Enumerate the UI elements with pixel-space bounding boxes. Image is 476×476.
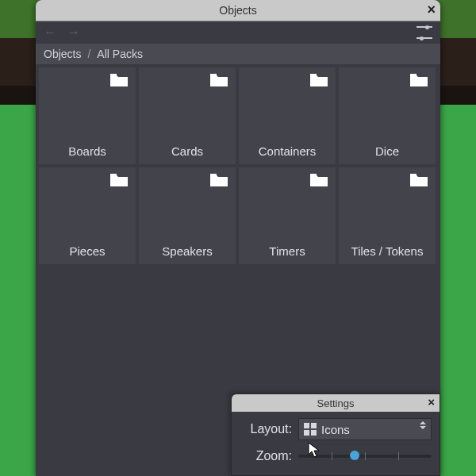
- folder-label: Tiles / Tokens: [339, 240, 436, 264]
- folder-icon: [210, 174, 228, 186]
- settings-toggle-icon[interactable]: [416, 26, 432, 39]
- breadcrumb: Objects / All Packs: [36, 44, 440, 64]
- stepper-icon: [420, 421, 428, 429]
- folder-tile-tiles-tokens[interactable]: Tiles / Tokens: [339, 167, 436, 264]
- back-button[interactable]: ←: [44, 25, 56, 40]
- folder-icon: [410, 174, 428, 186]
- folder-label: Cards: [139, 140, 236, 164]
- slider-thumb[interactable]: [350, 451, 359, 460]
- close-icon[interactable]: ×: [427, 2, 436, 18]
- folder-tile-dice[interactable]: Dice: [339, 67, 436, 164]
- folder-label: Timers: [239, 240, 336, 264]
- folder-tile-cards[interactable]: Cards: [139, 67, 236, 164]
- folder-label: Dice: [339, 140, 436, 164]
- layout-label: Layout:: [240, 422, 292, 436]
- layout-row: Layout: Icons: [240, 418, 432, 440]
- settings-close-icon[interactable]: ×: [428, 395, 435, 409]
- folder-tile-timers[interactable]: Timers: [239, 167, 336, 264]
- forward-button[interactable]: →: [67, 25, 80, 40]
- breadcrumb-item-root[interactable]: Objects: [44, 48, 81, 60]
- folder-label: Pieces: [39, 240, 136, 264]
- settings-titlebar[interactable]: Settings ×: [232, 394, 440, 412]
- zoom-row: Zoom:: [240, 448, 432, 464]
- breadcrumb-item-current[interactable]: All Packs: [97, 48, 143, 60]
- breadcrumb-separator: /: [87, 48, 90, 60]
- background-scene: Objects × ← → Objects / All Packs Boards: [0, 0, 476, 476]
- folder-icon: [210, 74, 228, 86]
- folder-tile-boards[interactable]: Boards: [39, 67, 136, 164]
- folder-label: Speakers: [139, 240, 236, 264]
- folder-icon: [110, 174, 128, 186]
- layout-select[interactable]: Icons: [298, 418, 432, 440]
- objects-window: Objects × ← → Objects / All Packs Boards: [36, 0, 440, 476]
- folder-icon: [310, 174, 328, 186]
- folder-label: Containers: [239, 140, 336, 164]
- titlebar[interactable]: Objects ×: [36, 0, 440, 21]
- settings-panel: Settings × Layout: Icons Zoom:: [231, 393, 440, 476]
- zoom-slider[interactable]: [298, 448, 432, 464]
- window-title: Objects: [219, 4, 256, 17]
- folder-tile-containers[interactable]: Containers: [239, 67, 336, 164]
- settings-title: Settings: [317, 397, 355, 409]
- folder-tile-pieces[interactable]: Pieces: [39, 167, 136, 264]
- navbar: ← →: [36, 21, 440, 44]
- folder-icon: [110, 74, 128, 86]
- folder-tile-speakers[interactable]: Speakers: [139, 167, 236, 264]
- folder-icon: [410, 74, 428, 86]
- layout-value: Icons: [321, 423, 350, 436]
- zoom-label: Zoom:: [240, 449, 292, 463]
- folder-icon: [310, 74, 328, 86]
- icons-grid-icon: [304, 423, 317, 436]
- folder-label: Boards: [39, 140, 136, 164]
